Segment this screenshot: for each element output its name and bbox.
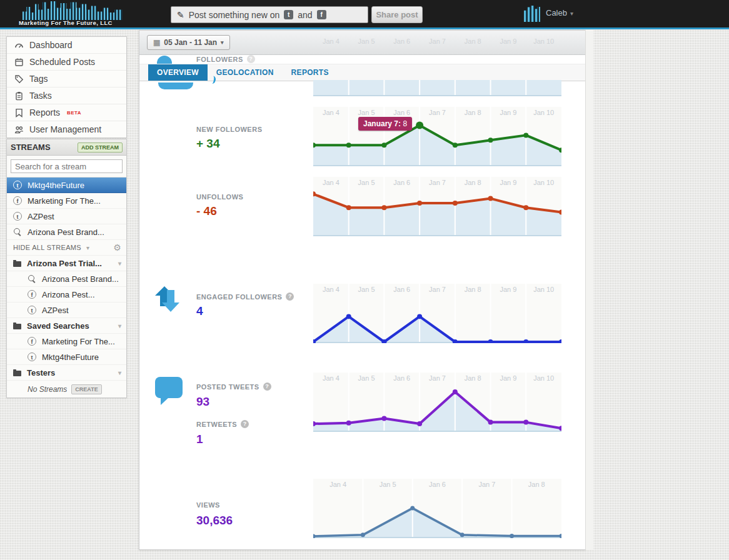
scrollbar-gutter[interactable] (585, 30, 593, 550)
stream-item-mktg4thefuture[interactable]: t Mktg4theFuture (7, 178, 126, 193)
stream-item-azpest-sub[interactable]: t AZPest (7, 302, 126, 318)
svg-text:Jan 5: Jan 5 (358, 374, 375, 382)
streams-panel: STREAMS ADD STREAM t Mktg4theFuture f Ma… (6, 139, 127, 398)
users-icon (14, 125, 24, 134)
clipped-followers-count-fragment (208, 75, 216, 84)
user-menu[interactable]: Caleb▾ (546, 8, 573, 18)
stream-group-testers[interactable]: Testers ▾ (7, 365, 126, 381)
sidebar-menu: Dashboard Scheduled Posts Tags Tasks Rep… (6, 36, 127, 138)
views-label: VIEWS (196, 501, 220, 509)
new-followers-chart[interactable]: January 7: 8 Jan 4Jan 5Jan 6Jan 7Jan 8Ja… (313, 107, 561, 166)
stream-item-arizona-pest-brand[interactable]: Arizona Pest Brand... (7, 224, 126, 240)
help-icon[interactable]: ? (241, 420, 249, 428)
sidebar-item-user-management[interactable]: User Management (7, 121, 126, 138)
report-tabs: OVERVIEW GEOLOCATION REPORTS (139, 64, 585, 81)
add-stream-button[interactable]: ADD STREAM (78, 142, 123, 152)
create-stream-button[interactable]: CREATE (71, 384, 101, 394)
twitter-badge-icon: t (284, 10, 293, 19)
post-prompt-text: Post something new on (189, 10, 280, 20)
svg-text:Jan 6: Jan 6 (393, 109, 410, 116)
stream-group-saved-searches[interactable]: Saved Searches ▾ (7, 318, 126, 334)
app-window: Marketing For The Future, LLC ✎ Post som… (0, 0, 729, 560)
scrolled-chart-labels: Jan 4Jan 5Jan 6Jan 7Jan 8Jan 9Jan 10 (313, 38, 561, 45)
tab-geolocation[interactable]: GEOLOCATION (208, 64, 283, 81)
svg-text:Jan 9: Jan 9 (500, 374, 516, 382)
views-value: 30,636 (196, 514, 233, 528)
sidebar-item-tasks[interactable]: Tasks (7, 88, 126, 104)
svg-text:Jan 4: Jan 4 (323, 109, 339, 116)
svg-text:Jan 9: Jan 9 (500, 286, 516, 293)
svg-text:Jan 4: Jan 4 (323, 374, 339, 382)
sidebar-item-scheduled-posts[interactable]: Scheduled Posts (7, 54, 126, 71)
stream-item-marketing-for-the[interactable]: f Marketing For The... (7, 193, 126, 209)
posted-tweets-value: 93 (196, 395, 209, 409)
stream-item-marketing-sub[interactable]: f Marketing For The... (7, 334, 126, 349)
svg-text:Jan 4: Jan 4 (323, 286, 339, 293)
calendar-icon (14, 58, 24, 67)
tag-icon (14, 74, 24, 84)
engaged-followers-icon (153, 284, 186, 316)
user-avatar[interactable] (524, 6, 540, 22)
clipboard-icon (14, 91, 24, 101)
retweets-label: RETWEETS ? (196, 420, 249, 428)
twitter-icon: t (28, 306, 36, 314)
tab-overview[interactable]: OVERVIEW (148, 64, 208, 81)
chevron-down-icon: ▾ (570, 10, 573, 17)
sidebar-item-dashboard[interactable]: Dashboard (7, 37, 126, 54)
report-header-bar: ▦ 05 Jan - 11 Jan ▾ Jan 4Jan 5Jan 6Jan 7… (139, 31, 585, 55)
svg-text:Jan 5: Jan 5 (358, 109, 375, 116)
engaged-followers-label: ENGAGED FOLLOWERS ? (196, 292, 294, 301)
tab-reports[interactable]: REPORTS (283, 64, 338, 81)
help-icon[interactable]: ? (247, 55, 255, 63)
chart-tooltip: January 7: 8 (358, 117, 412, 131)
views-chart[interactable]: Jan 4Jan 5Jan 6Jan 7Jan 8 (313, 479, 561, 538)
svg-text:Jan 8: Jan 8 (528, 481, 545, 488)
engaged-followers-chart[interactable]: Jan 4Jan 5Jan 6Jan 7Jan 8Jan 9Jan 10 (313, 284, 561, 343)
stream-item-mktg4thefuture-sub[interactable]: t Mktg4theFuture (7, 349, 126, 365)
svg-text:Jan 6: Jan 6 (429, 481, 446, 488)
gauge-icon (14, 41, 24, 50)
main-panel: ▦ 05 Jan - 11 Jan ▾ Jan 4Jan 5Jan 6Jan 7… (139, 30, 586, 550)
svg-text:Jan 7: Jan 7 (429, 286, 446, 293)
chevron-down-icon: ▾ (118, 369, 121, 376)
svg-text:Jan 9: Jan 9 (500, 179, 516, 186)
svg-text:Jan 6: Jan 6 (393, 179, 410, 186)
logo-text: Marketing For The Future, LLC (19, 19, 113, 26)
twitter-icon: t (28, 352, 36, 361)
unfollows-chart[interactable]: Jan 4Jan 5Jan 6Jan 7Jan 8Jan 9Jan 10 (313, 177, 561, 236)
help-icon[interactable]: ? (286, 292, 294, 301)
svg-text:Jan 8: Jan 8 (465, 179, 481, 186)
top-bar: Marketing For The Future, LLC ✎ Post som… (0, 0, 729, 29)
svg-text:Jan 5: Jan 5 (358, 286, 375, 293)
twitter-icon: t (13, 181, 22, 189)
posted-tweets-chart[interactable]: Jan 4Jan 5Jan 6Jan 7Jan 8Jan 9Jan 10 (313, 372, 561, 432)
new-followers-value: + 34 (196, 137, 220, 151)
sidebar-item-reports[interactable]: Reports BETA (7, 104, 126, 121)
app-logo: Marketing For The Future, LLC (18, 1, 133, 26)
engaged-followers-value: 4 (196, 304, 203, 318)
share-post-button[interactable]: Share post (371, 6, 423, 23)
beta-badge: BETA (67, 110, 81, 116)
gear-icon[interactable]: ⚙ (113, 242, 121, 252)
stream-item-azpest[interactable]: t AZPest (7, 209, 126, 224)
stream-item-arizona-pest-sub[interactable]: f Arizona Pest... (7, 287, 126, 302)
stream-group-arizona-pest-trial[interactable]: Arizona Pest Trial... ▾ (7, 256, 126, 271)
hide-all-streams[interactable]: HIDE ALL STREAMS ▾ ⚙ (7, 240, 126, 256)
date-range-button[interactable]: ▦ 05 Jan - 11 Jan ▾ (147, 35, 230, 50)
post-compose-field[interactable]: ✎ Post something new on t and f (171, 6, 368, 23)
svg-text:Jan 5: Jan 5 (358, 179, 375, 186)
stream-item-arizona-pest-brand-sub[interactable]: Arizona Pest Brand... (7, 271, 126, 287)
svg-text:Jan 4: Jan 4 (323, 179, 339, 186)
followers-chart-fragment[interactable] (313, 80, 561, 96)
facebook-icon: f (28, 337, 36, 346)
streams-title: STREAMS (11, 142, 51, 152)
post-and-text: and (298, 10, 312, 20)
sidebar-item-tags[interactable]: Tags (7, 71, 126, 88)
stream-search-input[interactable] (11, 159, 123, 173)
chevron-down-icon: ▾ (221, 39, 224, 46)
help-icon[interactable]: ? (263, 382, 271, 391)
svg-text:Jan 8: Jan 8 (465, 374, 481, 382)
chevron-down-icon: ▾ (118, 322, 121, 329)
facebook-icon: f (13, 196, 22, 205)
svg-text:Jan 6: Jan 6 (393, 374, 410, 382)
